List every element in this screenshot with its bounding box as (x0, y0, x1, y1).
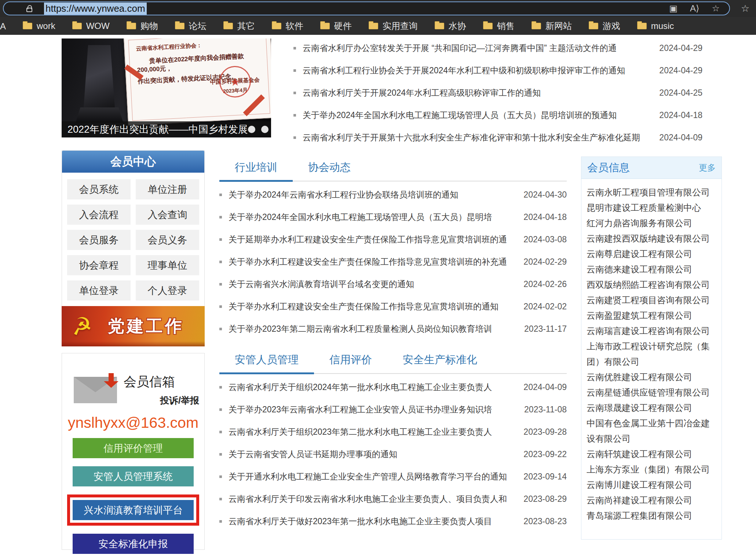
news-title[interactable]: 云南省水利厅关于开展2024年水利工程高级职称评审工作的通知 (303, 87, 650, 99)
news-title[interactable]: 关于云南省安管人员证书延期办理事项的通知 (229, 449, 515, 460)
news-item[interactable]: 云南省水利厅关于开展第十六批水利安全生产标准化评审和第十批水利安全生产标准化延期… (293, 126, 702, 149)
company-item[interactable]: 昆明市建设工程质量检测中心 (587, 200, 716, 216)
news-title[interactable]: 云南省水利厅关于组织2023年第二批水利水电工程施工企业主要负责人 (229, 426, 515, 438)
party-building-banner[interactable]: ☭ 党建工作 (62, 306, 205, 346)
url-text[interactable]: https://www.ynwea.com (44, 3, 147, 15)
company-item[interactable]: 上海市政工程设计研究总院（集团）有限公司 (587, 339, 716, 369)
company-item[interactable]: 西双版纳熙皓工程咨询有限公司 (587, 277, 716, 293)
safety-standardization-button[interactable]: 安全标准化申报 (73, 534, 194, 554)
bookmark-folder[interactable]: 新网站 (532, 20, 572, 32)
company-item[interactable]: 云南轩筑建设工程有限公司 (587, 446, 716, 462)
company-item[interactable]: 云南永昕工程项目管理有限公司 (587, 185, 716, 200)
news-title[interactable]: 云南省水利厅关于组织2024年第一批水利水电工程施工企业主要负责人 (229, 382, 515, 393)
news-item[interactable]: 云南省水利厅关于印发云南省水利水电施工企业主要负责人、项目负责人和 2023-0… (219, 488, 567, 510)
credit-evaluation-button[interactable]: 信用评价管理 (73, 438, 194, 458)
lock-icon[interactable] (25, 5, 34, 12)
member-center-button[interactable]: 会员服务 (67, 230, 131, 250)
news-title[interactable]: 关于云南省兴水润滇教育培训平台域名变更的通知 (229, 279, 515, 290)
company-item[interactable]: 云南瑞言建设工程咨询有限公司 (587, 323, 716, 339)
bookmark-folder[interactable]: 软件 (272, 20, 303, 32)
company-item[interactable]: 云南建投西双版纳建设有限公司 (587, 231, 716, 246)
news-item[interactable]: 云南省水利厅关于做好2023年第一批水利水电施工企业主要负责人项目 2023-0… (219, 510, 567, 533)
news-item[interactable]: 云南省水利厅关于组织2024年第一批水利水电工程施工企业主要负责人 2024-0… (219, 376, 567, 398)
company-item[interactable]: 云南德来建设工程有限公司 (587, 262, 716, 277)
news-title[interactable]: 关于举办水利工程建设安全生产责任保险工作指导意见宣贯培训班的补充通 (229, 256, 515, 268)
tab-safety-standardization[interactable]: 安全生产标准化 (387, 348, 493, 373)
news-item[interactable]: 关于举办2024年全国水利水电工程施工现场管理人员（五大员）昆明培 2024-0… (219, 206, 567, 228)
bookmark-folder[interactable]: 其它 (223, 20, 255, 32)
company-item[interactable]: 云南尊启建设工程有限公司 (587, 246, 716, 262)
safety-personnel-system-button[interactable]: 安管人员管理系统 (73, 466, 194, 486)
news-item[interactable]: 关于开通水利水电工程施工企业安全生产管理人员网络教育学习平台的通知 2023-0… (219, 466, 567, 488)
bookmark-folder[interactable]: work (23, 21, 55, 31)
bookmark-folder[interactable]: 硬件 (320, 20, 352, 32)
company-item[interactable]: 云南建贤工程项目咨询有限公司 (587, 293, 716, 308)
news-item[interactable]: 关于举办2023年云南省水利工程施工企业安管人员证书办理业务知识培 2023-1… (219, 398, 567, 421)
news-title[interactable]: 关于举办2024年全国水利水电工程施工现场管理人员（五大员）昆明培 (229, 212, 515, 223)
more-link[interactable]: 更多 (699, 162, 716, 173)
company-item[interactable]: 云南盈盟建筑工程有限公司 (587, 308, 716, 323)
news-title[interactable]: 云南省水利厅关于印发云南省水利水电施工企业主要负责人、项目负责人和 (229, 493, 515, 505)
company-item[interactable]: 云南优胜建设工程有限公司 (587, 369, 716, 385)
company-item[interactable]: 云南博川建设工程有限公司 (587, 477, 716, 493)
company-item[interactable]: 青岛瑞源工程集团有限公司 (587, 508, 716, 523)
news-item[interactable]: 关于举办水利工程建设安全生产责任保险工作指导意见宣贯培训班的通知 2024-02… (219, 295, 567, 318)
mailbox-email[interactable]: ynslhyxx@163.com (62, 414, 204, 431)
news-item[interactable]: 云南省水利厅关于开展2024年水利工程高级职称评审工作的通知 2024-04-2… (293, 82, 702, 104)
bookmark-folder[interactable]: 购物 (127, 20, 158, 32)
news-item[interactable]: 云南省水利厅关于组织2023年第二批水利水电工程施工企业主要负责人 2023-0… (219, 421, 567, 443)
member-center-button[interactable]: 会员义务 (136, 230, 199, 250)
news-title[interactable]: 云南省水利厅关于开展第十六批水利安全生产标准化评审和第十批水利安全生产标准化延期 (303, 132, 650, 143)
company-item[interactable]: 上海东方泵业（集团）有限公司 (587, 462, 716, 477)
read-aloud-icon[interactable]: A⟩ (690, 2, 699, 15)
news-title[interactable]: 云南省水利工程行业协会关于开展2024年水利工程中级和初级职称申报评审工作的通知 (303, 65, 650, 76)
news-item[interactable]: 关于举办水利工程建设安全生产责任保险工作指导意见宣贯培训班的补充通 2024-0… (219, 251, 567, 273)
member-center-button[interactable]: 入会查询 (136, 205, 199, 225)
bookmark-folder[interactable]: WOW (72, 21, 110, 31)
news-item[interactable]: 关于举办2023年第二期云南省水利工程质量检测人员岗位知识教育培训 2023-1… (219, 318, 567, 340)
company-item[interactable]: 云南星链通供应链管理有限公司 (587, 385, 716, 400)
member-center-button[interactable]: 入会流程 (67, 205, 131, 225)
tab-association-news[interactable]: 协会动态 (293, 156, 366, 181)
company-item[interactable]: 云南璟晟建设工程有限公司 (587, 400, 716, 416)
address-bar[interactable]: https://www.ynwea.com ▣ A⟩ ☆ (3, 1, 730, 15)
news-title[interactable]: 关于举办2024年全国水利水电工程施工现场管理人员（五大员）昆明培训班的预通知 (303, 110, 650, 121)
news-item[interactable]: 关于延期举办水利工程建设安全生产责任保险工作指导意见宣贯培训班的通 2024-0… (219, 228, 567, 251)
carousel-dot-2[interactable] (261, 126, 269, 133)
tab-industry-training[interactable]: 行业培训 (219, 156, 293, 181)
member-center-button[interactable]: 个人登录 (136, 280, 199, 301)
company-item[interactable]: 中国有色金属工业第十四冶金建设有限公司 (587, 416, 716, 446)
qr-code-icon[interactable]: ▣ (669, 2, 678, 15)
news-title[interactable]: 关于举办水利工程建设安全生产责任保险工作指导意见宣贯培训班的通知 (229, 301, 515, 312)
news-title[interactable]: 云南省水利厅办公室转发关于开展 “共和国印记—江河奔腾看中国” 主题活动文件的通 (303, 43, 650, 54)
carousel-dot-1[interactable] (248, 126, 255, 133)
bookmark-folder[interactable]: music (637, 21, 674, 31)
news-item[interactable]: 云南省水利厅办公室转发关于开展 “共和国印记—江河奔腾看中国” 主题活动文件的通… (293, 37, 702, 59)
tab-credit-evaluation[interactable]: 信用评价 (314, 348, 387, 373)
news-item[interactable]: 云南省水利工程行业协会关于开展2024年水利工程中级和初级职称申报评审工作的通知… (293, 59, 702, 82)
news-title[interactable]: 云南省水利厅关于做好2023年第一批水利水电施工企业主要负责人项目 (229, 516, 515, 527)
education-platform-button[interactable]: 兴水润滇教育培训平台 (73, 500, 194, 520)
news-item[interactable]: 关于举办2024年全国水利水电工程施工现场管理人员（五大员）昆明培训班的预通知 … (293, 104, 702, 126)
news-title[interactable]: 关于延期举办水利工程建设安全生产责任保险工作指导意见宣贯培训班的通 (229, 234, 515, 245)
member-center-button[interactable]: 单位登录 (67, 280, 131, 301)
tab-safety-personnel[interactable]: 安管人员管理 (219, 348, 314, 373)
news-item[interactable]: 关于云南省安管人员证书延期办理事项的通知 2023-09-22 (219, 443, 567, 466)
image-carousel[interactable]: 云南省水利工程行业协会： 贵单位在2022年度向我会捐赠善款200,000元， … (62, 38, 271, 137)
bookmark-folder[interactable]: 实用查询 (369, 20, 418, 32)
news-title[interactable]: 关于举办2024年云南省水利工程行业协会联络员培训班的通知 (229, 189, 515, 201)
company-item[interactable]: 红河力鼎咨询服务有限公司 (587, 216, 716, 231)
bookmark-partial[interactable]: A (0, 21, 6, 32)
bookmark-folder[interactable]: 游戏 (589, 20, 620, 32)
member-center-button[interactable]: 会员系统 (67, 179, 131, 199)
bookmark-folder[interactable]: 论坛 (175, 20, 207, 32)
news-title[interactable]: 关于举办2023年第二期云南省水利工程质量检测人员岗位知识教育培训 (229, 323, 515, 335)
member-center-button[interactable]: 协会章程 (67, 255, 131, 275)
favorites-bar-icon[interactable]: ☆ (741, 3, 749, 14)
news-item[interactable]: 关于云南省兴水润滇教育培训平台域名变更的通知 2024-02-26 (219, 273, 567, 295)
bookmark-folder[interactable]: 销售 (483, 20, 515, 32)
favorite-star-icon[interactable]: ☆ (712, 2, 720, 15)
member-center-button[interactable]: 单位注册 (136, 179, 199, 199)
member-center-button[interactable]: 理事单位 (136, 255, 199, 275)
news-title[interactable]: 关于开通水利水电工程施工企业安全生产管理人员网络教育学习平台的通知 (229, 471, 515, 482)
